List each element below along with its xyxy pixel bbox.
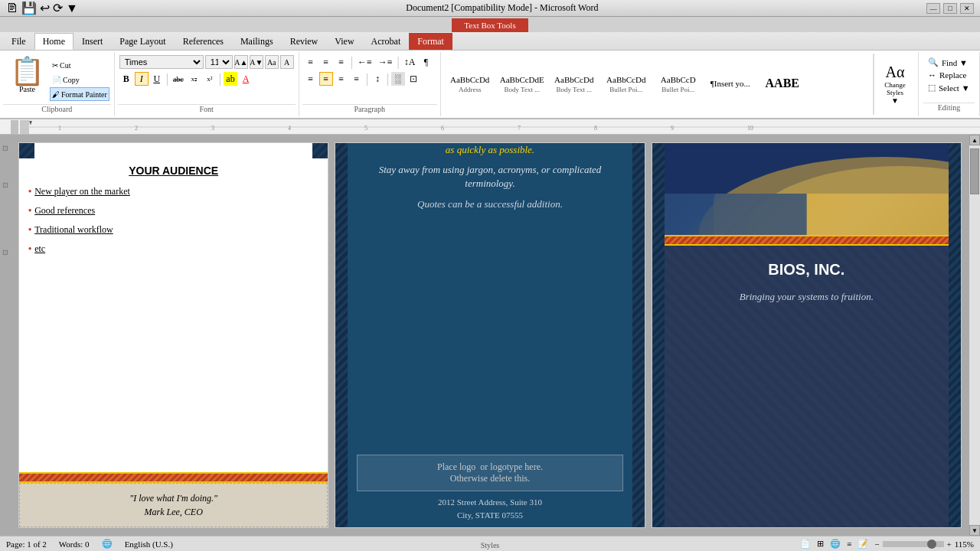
tab-file[interactable]: File xyxy=(3,33,34,50)
font-color-button[interactable]: A xyxy=(239,72,253,86)
pages-container: YOUR AUDIENCE • New player on the market… xyxy=(11,135,969,536)
scroll-down-arrow[interactable]: ▼ xyxy=(969,525,980,536)
subscript-button[interactable]: x₂ xyxy=(188,72,201,86)
highlight-button[interactable]: ab xyxy=(224,72,237,86)
ruler: 1 2 3 4 5 6 7 8 9 10 xyxy=(0,119,980,135)
find-button[interactable]: 🔍 Find ▼ xyxy=(925,57,973,68)
multilevel-button[interactable]: ≡ xyxy=(335,55,348,69)
save-icon[interactable]: 💾 xyxy=(21,1,37,15)
redo-icon[interactable]: ⟳ xyxy=(53,1,63,15)
svg-text:2: 2 xyxy=(135,125,138,132)
increase-indent-button[interactable]: →≡ xyxy=(376,55,395,69)
justify-button[interactable]: ≡ xyxy=(350,72,364,86)
scroll-up-arrow[interactable]: ▲ xyxy=(969,135,980,145)
right-red-stripe xyxy=(652,235,961,246)
ribbon-tabs: File Home Insert Page Layout References … xyxy=(0,32,980,51)
tab-references[interactable]: References xyxy=(175,33,232,50)
minimize-button[interactable]: — xyxy=(926,3,940,14)
change-styles-label: ChangeStyles xyxy=(884,81,906,96)
style-bullet-2[interactable]: AaBbCcD Bullet Poi... xyxy=(652,73,704,96)
clear-format-button[interactable]: A xyxy=(280,55,294,69)
line-spacing-button[interactable]: ↕ xyxy=(371,72,384,86)
sort-button[interactable]: ↕A xyxy=(402,55,418,69)
zoom-slider[interactable] xyxy=(883,541,944,547)
align-center-button[interactable]: ≡ xyxy=(319,72,333,86)
word-icon: 🖹 xyxy=(6,2,18,15)
style-address-label: Address xyxy=(459,86,482,93)
vertical-scrollbar[interactable]: ▲ ▼ xyxy=(969,135,980,536)
title-bar-left: 🖹 💾 ↩ ⟳ ▼ xyxy=(6,1,78,15)
font-group-label: Font xyxy=(118,104,296,115)
right-left-stripe xyxy=(652,143,665,527)
font-name-row: Times 11 A▲ A▼ Aa A xyxy=(119,55,294,69)
style-address[interactable]: AaBbCcDd Address xyxy=(444,73,496,96)
style-bullet-1-preview: AaBbCcDd xyxy=(606,75,645,84)
change-styles-button[interactable]: Aα ChangeStyles ▼ xyxy=(874,54,916,115)
dropdown-arrow[interactable]: ▼ xyxy=(66,2,78,15)
bullet-text-2: Good references xyxy=(34,205,95,217)
tab-review[interactable]: Review xyxy=(282,33,327,50)
clipboard-group: 📋 Paste ✂Cut 📄Copy 🖌Format Painter Clipb… xyxy=(0,52,115,116)
change-case-button[interactable]: Aa xyxy=(265,55,279,69)
replace-icon: ↔ xyxy=(928,70,936,80)
bold-button[interactable]: B xyxy=(119,72,133,86)
tab-page-layout[interactable]: Page Layout xyxy=(111,33,174,50)
bullet-text-1: New player on the market xyxy=(34,186,130,197)
style-bullet-1[interactable]: AaBbCcDd Bullet Poi... xyxy=(600,73,652,96)
change-styles-icon: Aα xyxy=(886,64,905,81)
shading-button[interactable]: ░ xyxy=(391,72,405,86)
style-insert[interactable]: ¶Insert yo... xyxy=(704,77,756,92)
tab-mailings[interactable]: Mailings xyxy=(232,33,282,50)
logo-placeholder: Place logo or logotype here.Otherwise de… xyxy=(357,455,622,491)
brochure: YOUR AUDIENCE • New player on the market… xyxy=(18,142,962,528)
svg-rect-14 xyxy=(652,194,807,235)
middle-text-area: as quickly as possible. Stay away from u… xyxy=(335,143,644,448)
font-name-select[interactable]: Times xyxy=(119,55,204,69)
logo-text-1: Place logo or logotype here.Otherwise de… xyxy=(364,461,616,484)
close-button[interactable]: ✕ xyxy=(960,3,974,14)
style-body-text-2[interactable]: AaBbCcDd Body Text ... xyxy=(548,73,600,96)
show-marks-button[interactable]: ¶ xyxy=(419,55,433,69)
italic-button[interactable]: I xyxy=(135,72,149,86)
font-size-select[interactable]: 11 xyxy=(205,55,233,69)
style-body-text-1[interactable]: AaBbCcDdE Body Text ... xyxy=(496,73,548,96)
cut-button[interactable]: ✂Cut xyxy=(50,58,109,72)
replace-button[interactable]: ↔ Replace xyxy=(925,70,973,80)
maximize-button[interactable]: □ xyxy=(943,3,957,14)
bullets-button[interactable]: ≡ xyxy=(304,55,318,69)
underline-button[interactable]: U xyxy=(150,72,164,86)
tab-acrobat[interactable]: Acrobat xyxy=(363,33,410,50)
superscript-button[interactable]: x² xyxy=(203,72,217,86)
text-box-tools-tab[interactable]: Text Box Tools xyxy=(452,18,528,32)
style-heading[interactable]: AABE xyxy=(756,74,808,94)
left-panel-top-strips xyxy=(19,143,328,158)
grow-font-button[interactable]: A▲ xyxy=(234,55,248,69)
paste-button[interactable]: 📋 Paste xyxy=(5,55,50,103)
tab-view[interactable]: View xyxy=(326,33,362,50)
font-format-row: B I U | abc x₂ x² | ab A xyxy=(119,72,294,86)
tab-home[interactable]: Home xyxy=(34,33,74,50)
style-heading-preview: AABE xyxy=(766,77,799,90)
photo-svg xyxy=(652,143,961,235)
shrink-font-button[interactable]: A▼ xyxy=(250,55,263,69)
brochure-panel-middle: as quickly as possible. Stay away from u… xyxy=(335,142,645,528)
styles-group: AaBbCcDd Address AaBbCcDdE Body Text ...… xyxy=(441,52,919,116)
style-bullet-2-label: Bullet Poi... xyxy=(662,86,694,93)
svg-text:9: 9 xyxy=(671,125,674,132)
numbering-button[interactable]: ≡ xyxy=(319,55,333,69)
scroll-thumb[interactable] xyxy=(970,148,979,194)
select-button[interactable]: ⬚ Select ▼ xyxy=(925,82,973,93)
undo-icon[interactable]: ↩ xyxy=(40,1,50,15)
title-bar: 🖹 💾 ↩ ⟳ ▼ Document2 [Compatibility Mode]… xyxy=(0,0,980,17)
borders-button[interactable]: ⊡ xyxy=(407,72,420,86)
format-painter-button[interactable]: 🖌Format Painter xyxy=(50,87,109,101)
align-left-button[interactable]: ≡ xyxy=(304,72,318,86)
svg-text:5: 5 xyxy=(364,125,368,132)
strikethrough-button[interactable]: abc xyxy=(171,72,186,86)
tab-format[interactable]: Format xyxy=(409,33,452,50)
middle-text-3: Quotes can be a successful addition. xyxy=(357,197,622,211)
copy-button[interactable]: 📄Copy xyxy=(50,73,109,86)
tab-insert[interactable]: Insert xyxy=(74,33,111,50)
decrease-indent-button[interactable]: ←≡ xyxy=(355,55,374,69)
align-right-button[interactable]: ≡ xyxy=(335,72,348,86)
